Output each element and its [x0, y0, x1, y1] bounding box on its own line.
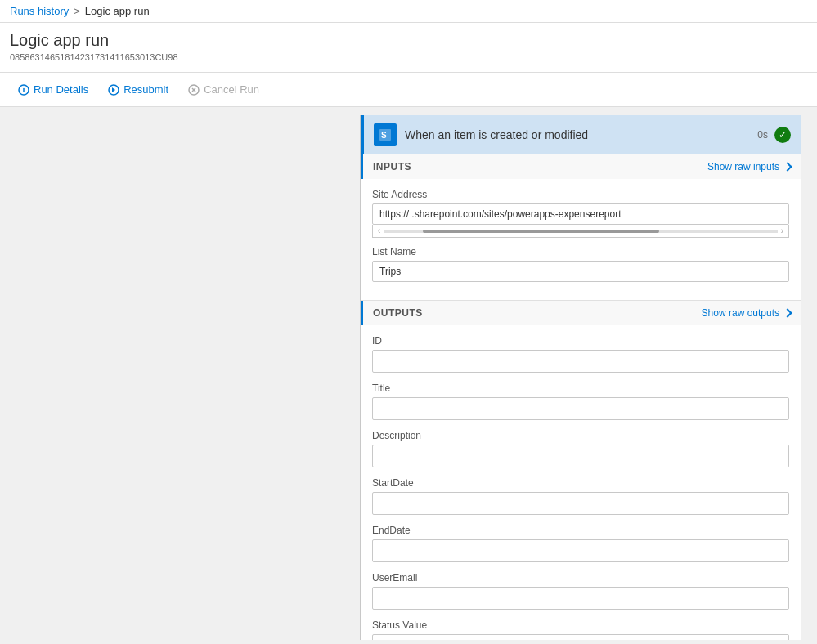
site-address-value: https:// .sharepoint.com/sites/powerapps…: [372, 203, 789, 225]
site-address-field: Site Address https:// .sharepoint.com/si…: [372, 189, 789, 238]
success-badge: ✓: [774, 127, 791, 143]
breadcrumb-separator: >: [74, 5, 80, 17]
output-field-value: [372, 492, 789, 515]
output-field-label: StartDate: [372, 477, 789, 489]
inputs-section-header: INPUTS Show raw inputs: [361, 154, 801, 179]
main-content: S When an item is created or modified 0s…: [0, 107, 817, 640]
list-name-field: List Name Trips: [372, 246, 789, 282]
inputs-section-title: INPUTS: [373, 161, 411, 172]
card-header-left: S When an item is created or modified: [374, 123, 588, 146]
output-field-label: Status Value: [372, 619, 789, 631]
inputs-section: INPUTS Show raw inputs Site Address http…: [361, 154, 801, 301]
resubmit-button[interactable]: Resubmit: [100, 79, 177, 100]
toolbar: Run Details Resubmit Cancel Run: [0, 73, 817, 107]
output-field-description: Description: [361, 427, 801, 474]
output-field-label: UserEmail: [372, 572, 789, 584]
show-raw-outputs-chevron: [783, 308, 792, 317]
output-field-value: [372, 634, 789, 640]
output-fields-container: IDTitleDescriptionStartDateEndDateUserEm…: [361, 332, 801, 640]
url-scrollbar[interactable]: ‹ ›: [372, 225, 789, 238]
card-title: When an item is created or modified: [405, 128, 588, 141]
output-field-title: Title: [361, 379, 801, 427]
page-header: Logic app run 08586314651814231731411653…: [0, 23, 817, 73]
card-header-right: 0s ✓: [757, 127, 791, 143]
show-raw-inputs-link[interactable]: Show raw inputs: [707, 161, 791, 172]
right-panel[interactable]: S When an item is created or modified 0s…: [360, 107, 817, 640]
show-raw-inputs-chevron: [783, 162, 792, 171]
card-duration: 0s: [757, 129, 768, 141]
output-field-value: [372, 350, 789, 373]
output-field-label: Title: [372, 382, 789, 394]
output-field-label: ID: [372, 335, 789, 347]
outputs-section-header: OUTPUTS Show raw outputs: [361, 301, 801, 325]
outputs-section: OUTPUTS Show raw outputs IDTitleDescript…: [361, 301, 801, 640]
breadcrumb: Runs history > Logic app run: [0, 0, 817, 23]
cancel-run-button[interactable]: Cancel Run: [180, 79, 267, 100]
resubmit-icon: [108, 84, 119, 96]
sharepoint-logo: S: [374, 123, 397, 146]
run-id: 08586314651814231731411653013CU98: [10, 52, 807, 62]
list-name-label: List Name: [372, 246, 789, 257]
left-panel: [0, 107, 360, 640]
output-field-value: [372, 397, 789, 420]
output-field-value: [372, 587, 789, 610]
site-address-label: Site Address: [372, 189, 789, 200]
output-field-value: [372, 445, 789, 467]
show-raw-outputs-link[interactable]: Show raw outputs: [702, 307, 791, 319]
output-field-startdate: StartDate: [361, 474, 801, 521]
outputs-section-title: OUTPUTS: [373, 307, 423, 319]
trigger-card: S When an item is created or modified 0s…: [360, 115, 801, 640]
output-field-status-value: Status Value: [361, 616, 801, 640]
list-name-value: Trips: [372, 261, 789, 282]
output-field-value: [372, 539, 789, 562]
svg-text:S: S: [381, 131, 387, 140]
run-details-button[interactable]: Run Details: [10, 79, 97, 100]
output-field-id: ID: [361, 332, 801, 379]
output-field-useremail: UserEmail: [361, 569, 801, 616]
svg-point-2: [23, 86, 25, 87]
page-title: Logic app run: [10, 31, 807, 50]
inputs-content: Site Address https:// .sharepoint.com/si…: [361, 186, 801, 300]
output-field-label: EndDate: [372, 525, 789, 536]
output-field-label: Description: [372, 430, 789, 441]
breadcrumb-current: Logic app run: [85, 5, 150, 17]
card-header: S When an item is created or modified 0s…: [361, 115, 801, 154]
runs-history-link[interactable]: Runs history: [10, 5, 69, 17]
cancel-run-icon: [188, 84, 200, 96]
run-details-icon: [18, 84, 29, 96]
output-field-enddate: EndDate: [361, 521, 801, 569]
